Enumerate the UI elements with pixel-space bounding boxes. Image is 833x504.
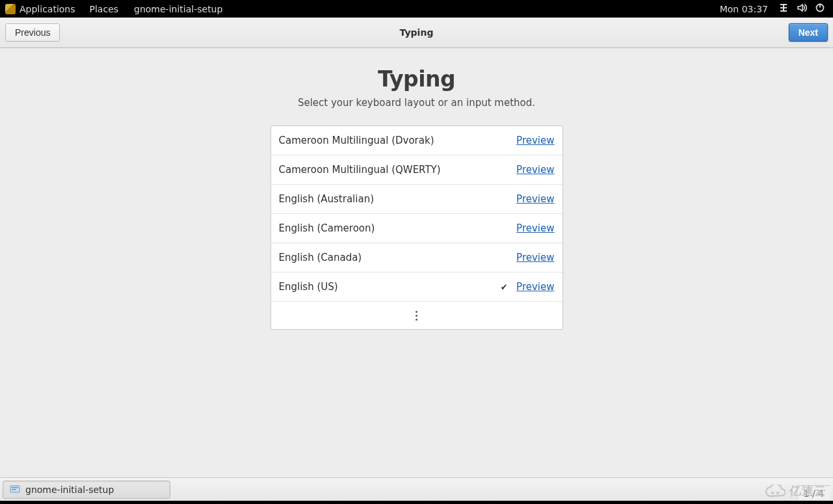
taskbar-task[interactable]: gnome-initial-setup xyxy=(3,481,170,499)
next-button[interactable]: Next xyxy=(789,23,828,42)
bottom-region: gnome-initial-setup 1 / 4 xyxy=(0,477,833,501)
active-application-menu[interactable]: gnome-initial-setup xyxy=(126,4,230,14)
layout-row[interactable]: English (US) ✔ Preview xyxy=(271,272,562,302)
svg-rect-1 xyxy=(819,4,821,8)
layout-row[interactable]: English (Canada) Preview xyxy=(271,243,562,272)
svg-rect-3 xyxy=(12,487,18,488)
gnome-top-panel: Applications Places gnome-initial-setup … xyxy=(0,0,833,18)
preview-link[interactable]: Preview xyxy=(516,164,554,176)
more-icon xyxy=(416,311,417,321)
check-icon: ✔ xyxy=(498,282,510,292)
layout-label: English (US) xyxy=(279,281,499,293)
layout-label: Cameroon Multilingual (QWERTY) xyxy=(279,164,499,176)
taskbar: gnome-initial-setup 1 / 4 xyxy=(0,477,833,501)
layout-label: English (Cameroon) xyxy=(279,222,499,234)
applications-menu[interactable]: Applications xyxy=(4,4,82,14)
layout-row[interactable]: English (Australian) Preview xyxy=(271,185,562,214)
network-icon[interactable] xyxy=(778,3,789,15)
gnome-logo-icon xyxy=(5,4,16,14)
svg-rect-4 xyxy=(12,489,16,490)
more-layouts-button[interactable] xyxy=(271,302,562,329)
layout-label: Cameroon Multilingual (Dvorak) xyxy=(279,135,499,146)
page-content: Typing Select your keyboard layout or an… xyxy=(0,48,833,330)
preview-link[interactable]: Preview xyxy=(516,193,554,205)
headerbar: Previous Typing Next xyxy=(0,18,833,48)
preview-link[interactable]: Preview xyxy=(516,135,554,146)
keyboard-layout-list: Cameroon Multilingual (Dvorak) Preview C… xyxy=(271,126,563,330)
power-icon[interactable] xyxy=(815,3,825,15)
bottom-black-strip xyxy=(0,501,833,504)
page-subtitle: Select your keyboard layout or an input … xyxy=(298,97,535,109)
clock[interactable]: Mon 03:37 xyxy=(713,4,774,14)
volume-icon[interactable] xyxy=(797,3,807,15)
layout-row[interactable]: English (Cameroon) Preview xyxy=(271,214,562,243)
previous-button[interactable]: Previous xyxy=(5,23,60,42)
places-menu[interactable]: Places xyxy=(82,4,127,14)
preview-link[interactable]: Preview xyxy=(516,222,554,234)
preview-link[interactable]: Preview xyxy=(516,252,554,263)
headerbar-title: Typing xyxy=(0,27,833,38)
system-tray xyxy=(774,3,829,15)
layout-label: English (Canada) xyxy=(279,252,499,263)
places-label: Places xyxy=(90,4,119,14)
page-heading: Typing xyxy=(378,66,455,92)
layout-label: English (Australian) xyxy=(279,193,499,205)
applications-label: Applications xyxy=(20,4,75,14)
page-indicator: 1 / 4 xyxy=(797,485,830,499)
taskbar-task-label: gnome-initial-setup xyxy=(25,484,114,495)
layout-row[interactable]: Cameroon Multilingual (QWERTY) Preview xyxy=(271,155,562,185)
layout-row[interactable]: Cameroon Multilingual (Dvorak) Preview xyxy=(271,126,562,155)
active-application-label: gnome-initial-setup xyxy=(134,4,222,14)
app-icon xyxy=(10,484,20,495)
preview-link[interactable]: Preview xyxy=(516,281,554,293)
